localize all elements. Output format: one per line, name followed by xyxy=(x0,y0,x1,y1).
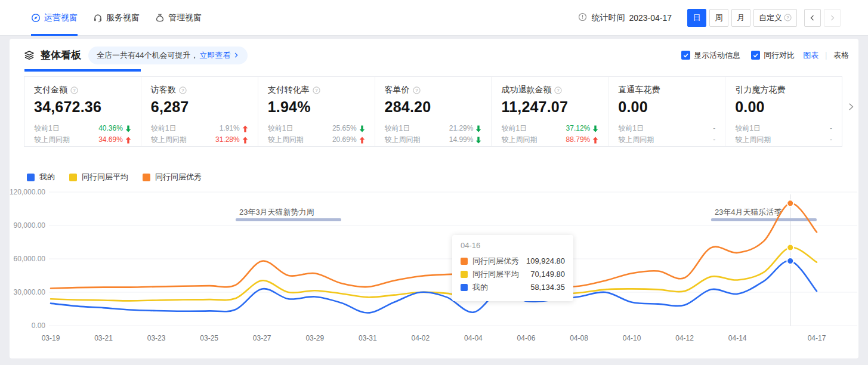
change-value: 88.79% xyxy=(566,134,599,146)
kpi-card-conversion-rate-title: 支付转化率? xyxy=(268,85,365,95)
view-mode-divider: ｜ xyxy=(822,50,830,61)
kpi-title-label: 引力魔方花费 xyxy=(735,85,785,95)
option-peer-compare[interactable]: 同行对比 xyxy=(751,50,795,61)
change-label: 较前1日 xyxy=(618,123,644,134)
period-month-button[interactable]: 月 xyxy=(731,9,750,27)
svg-text:04-17: 04-17 xyxy=(808,334,826,342)
svg-text:04-14: 04-14 xyxy=(728,334,747,342)
kpi-change-rows: 较前1日40.36%较上周同期34.69% xyxy=(34,123,131,146)
kpi-card-conversion-rate[interactable]: 支付转化率?1.94%较前1日25.65%较上周同期20.69% xyxy=(258,77,375,146)
kpi-change-row: 较前1日- xyxy=(735,123,832,134)
svg-text:04-08: 04-08 xyxy=(570,334,588,342)
svg-text:03-21: 03-21 xyxy=(94,334,113,342)
chart-tooltip: 04-16 同行同层优秀109,924.80同行同层平均70,149.80我的5… xyxy=(452,235,573,301)
option-show-activity[interactable]: 显示活动信息 xyxy=(681,50,740,61)
svg-text:60,000.00: 60,000.00 xyxy=(14,255,46,263)
change-percent: 40.36% xyxy=(98,123,123,134)
tab-service-view[interactable]: 服务视窗 xyxy=(93,0,140,36)
stat-time: 统计时间 2023-04-17 xyxy=(578,13,672,23)
change-value: 34.69% xyxy=(98,134,131,146)
main-panel: 整体看板 全店一共有44个机会可提升， 立即查看 显示活动信息同行对比 图表｜表… xyxy=(10,39,858,358)
change-label: 较前1日 xyxy=(34,123,60,134)
kpi-change-rows: 较前1日21.29%较上周同期14.99% xyxy=(385,123,482,146)
svg-text:?: ? xyxy=(786,15,789,20)
tooltip-swatch xyxy=(461,271,468,278)
kpi-change-row: 较上周同期14.99% xyxy=(385,134,482,146)
svg-text:23年3月天猫新势力周: 23年3月天猫新势力周 xyxy=(239,208,314,216)
change-label: 较前1日 xyxy=(268,123,294,134)
kpi-change-row: 较前1日40.36% xyxy=(34,123,131,134)
kpi-card-visitors[interactable]: 访客数?6,287较前1日1.91%较上周同期31.28% xyxy=(141,77,258,146)
change-percent: 1.91% xyxy=(220,123,240,134)
change-percent: 14.99% xyxy=(449,134,474,146)
selected-metric-indicator xyxy=(24,69,141,72)
svg-text:120,000.00: 120,000.00 xyxy=(10,188,45,196)
view-mode-chart[interactable]: 图表 xyxy=(803,50,818,61)
period-switch: 日周月自定义? xyxy=(687,9,797,27)
kpi-card-payment-amount[interactable]: 支付金额?34,672.36较前1日40.36%较上周同期34.69% xyxy=(24,77,141,146)
tooltip-row: 我的58,134.35 xyxy=(461,281,565,294)
change-percent: 21.29% xyxy=(449,123,474,134)
kpi-card-ztc-spend[interactable]: 直通车花费0.00较前1日-较上周同期- xyxy=(608,77,725,146)
kpi-next-button[interactable] xyxy=(844,98,858,115)
toolbar-right: 显示活动信息同行对比 图表｜表格 xyxy=(671,50,849,61)
view-tabs: 运营视窗服务视窗管理视窗 xyxy=(31,0,202,36)
trend-chart[interactable]: 0.0030,000.0060,000.0090,000.00120,000.0… xyxy=(10,155,858,357)
kpi-card-payment-amount-value: 34,672.36 xyxy=(34,98,131,116)
highlight-marker xyxy=(787,200,793,206)
kpi-title-label: 访客数 xyxy=(151,85,176,95)
kpi-card-refund-amount-title: 成功退款金额? xyxy=(501,85,598,95)
kpi-card-refund-amount[interactable]: 成功退款金额?11,247.07较前1日37.12%较上周同期88.79% xyxy=(492,77,608,146)
svg-text:04-10: 04-10 xyxy=(623,334,641,342)
svg-text:04-04: 04-04 xyxy=(464,334,483,342)
prev-date-button[interactable] xyxy=(804,9,821,27)
arrow-down-icon xyxy=(125,125,131,132)
arrow-up-icon xyxy=(242,125,248,132)
change-value: - xyxy=(830,134,832,146)
next-date-button[interactable] xyxy=(824,9,841,27)
change-label: 较上周同期 xyxy=(501,134,537,146)
option-show-activity-checkbox[interactable] xyxy=(681,51,690,60)
opportunity-banner: 全店一共有44个机会可提升， 立即查看 xyxy=(88,47,248,64)
change-percent: 37.12% xyxy=(566,123,591,134)
svg-text:?: ? xyxy=(73,88,76,93)
tab-operations-view[interactable]: 运营视窗 xyxy=(31,0,78,36)
compass-icon xyxy=(31,13,41,23)
tooltip-series-name: 我的 xyxy=(472,281,488,294)
info-circle-icon xyxy=(578,13,587,23)
layers-icon xyxy=(24,50,35,61)
tooltip-swatch xyxy=(461,284,468,291)
svg-text:03-23: 03-23 xyxy=(147,334,166,342)
period-custom-button[interactable]: 自定义? xyxy=(753,9,797,27)
change-percent: 25.65% xyxy=(332,123,357,134)
series-line xyxy=(51,203,817,289)
change-percent: 31.28% xyxy=(215,134,240,146)
question-circle-icon: ? xyxy=(70,86,78,94)
change-label: 较上周同期 xyxy=(385,134,421,146)
kpi-card-ztc-spend-title: 直通车花费 xyxy=(618,85,715,95)
tab-management-view[interactable]: 管理视窗 xyxy=(155,0,202,36)
kpi-card-ylmf-spend[interactable]: 引力魔方花费0.00较前1日-较上周同期- xyxy=(725,77,842,146)
period-week-button[interactable]: 周 xyxy=(709,9,728,27)
change-percent: - xyxy=(713,123,715,134)
period-day-button-label: 日 xyxy=(693,13,701,23)
money-bag-icon xyxy=(155,13,165,23)
board-toolbar: 整体看板 全店一共有44个机会可提升， 立即查看 显示活动信息同行对比 图表｜表… xyxy=(10,39,858,72)
opportunity-link[interactable]: 立即查看 xyxy=(199,50,230,61)
arrow-down-icon xyxy=(475,125,481,132)
period-month-button-label: 月 xyxy=(737,13,745,23)
option-peer-compare-checkbox[interactable] xyxy=(751,51,760,60)
arrow-down-icon xyxy=(359,125,365,132)
change-percent: 88.79% xyxy=(566,134,591,146)
promo-annotation-1: 23年3月天猫新势力周 xyxy=(236,208,341,221)
app: 运营视窗服务视窗管理视窗 统计时间 2023-04-17 日周月自定义? xyxy=(0,0,868,365)
arrow-up-icon xyxy=(359,137,365,144)
kpi-change-rows: 较前1日25.65%较上周同期20.69% xyxy=(268,123,365,146)
kpi-card-avg-order-value[interactable]: 客单价?284.20较前1日21.29%较上周同期14.99% xyxy=(375,77,492,146)
svg-text:03-25: 03-25 xyxy=(200,334,218,342)
view-mode-table[interactable]: 表格 xyxy=(833,50,849,61)
change-value: 20.69% xyxy=(332,134,365,146)
kpi-change-row: 较上周同期88.79% xyxy=(501,134,598,146)
change-value: - xyxy=(713,123,715,134)
period-day-button[interactable]: 日 xyxy=(687,9,706,27)
